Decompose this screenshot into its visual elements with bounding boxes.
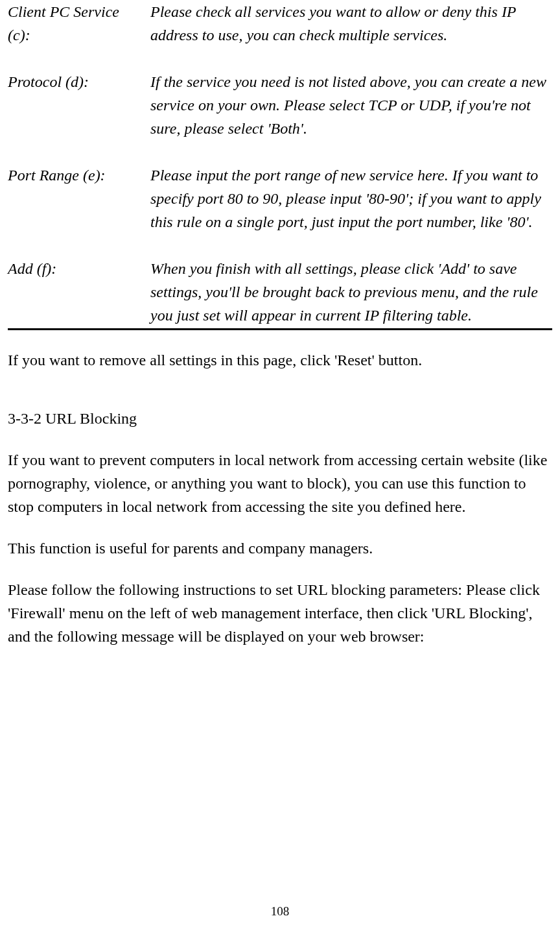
definition-row-protocol: Protocol (d): If the service you need is… [8,70,552,140]
term-add: Add (f): [8,257,150,330]
section-heading: 3-3-2 URL Blocking [8,407,552,430]
term-port-range: Port Range (e): [8,163,150,234]
term-protocol: Protocol (d): [8,70,150,140]
definition-table: Client PC Service (c): Please check all … [8,0,552,330]
definition-row-client-pc: Client PC Service (c): Please check all … [8,0,552,47]
instructions: Please follow the following instructions… [8,578,552,648]
desc-add: When you finish with all settings, pleas… [150,257,552,330]
definition-row-port-range: Port Range (e): Please input the port ra… [8,163,552,234]
url-blocking-intro: If you want to prevent computers in loca… [8,448,552,518]
desc-port-range: Please input the port range of new servi… [150,163,552,234]
reset-note: If you want to remove all settings in th… [8,348,552,372]
term-client-pc: Client PC Service (c): [8,0,150,47]
useful-for: This function is useful for parents and … [8,536,552,560]
desc-client-pc: Please check all services you want to al… [150,0,552,47]
desc-protocol: If the service you need is not listed ab… [150,70,552,140]
definition-row-add: Add (f): When you finish with all settin… [8,257,552,330]
page-number: 108 [0,902,560,921]
